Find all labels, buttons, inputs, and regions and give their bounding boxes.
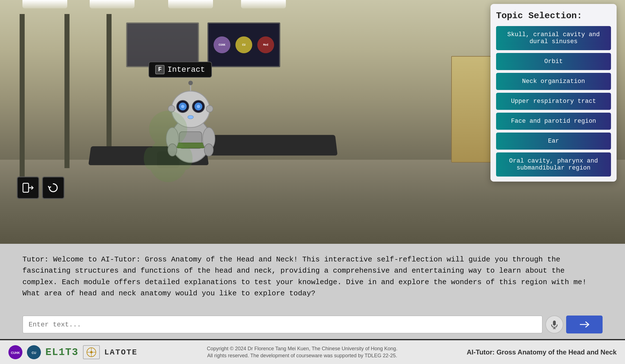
svg-point-22 [144, 147, 156, 170]
mic-button[interactable] [545, 316, 563, 333]
footer-logos: CUHK CU EL1T3 LATOTE [8, 345, 138, 359]
svg-text:CUHK: CUHK [11, 351, 20, 354]
exit-button[interactable] [17, 177, 39, 199]
wall-divider [20, 14, 25, 188]
footer-elite-logo: EL1T3 [45, 347, 78, 358]
footer-latote-logo: LATOTE [104, 348, 138, 357]
input-row [22, 316, 603, 333]
exam-table-right [206, 135, 337, 156]
svg-rect-27 [553, 321, 556, 326]
svg-rect-21 [157, 151, 179, 168]
logo-blue: CU [27, 345, 41, 359]
topic-panel: Topic Selection: Skull, cranial cavity a… [490, 4, 617, 182]
send-button[interactable] [566, 316, 603, 333]
topic-btn-respiratory[interactable]: Upper respiratory tract [496, 93, 611, 110]
topic-btn-skull[interactable]: Skull, cranial cavity and dural sinuses [496, 26, 611, 50]
svg-text:CU: CU [32, 351, 36, 354]
refresh-button[interactable] [42, 177, 64, 199]
topic-panel-title: Topic Selection: [496, 11, 611, 21]
footer-icon-logo [83, 345, 100, 359]
interact-popup[interactable]: F Interact [149, 62, 212, 78]
ceiling-light [90, 0, 135, 8]
svg-point-37 [90, 351, 92, 353]
wall-divider [107, 14, 112, 154]
text-input[interactable] [22, 316, 543, 333]
chat-area: Tutor: Welcome to AI-Tutor: Gross Anatom… [0, 244, 625, 339]
topic-btn-oral[interactable]: Oral cavity, pharynx and submandibular r… [496, 152, 611, 177]
logo-purple: CUHK [8, 345, 22, 359]
topic-btn-orbit[interactable]: Orbit [496, 53, 611, 70]
robot-ghost [129, 95, 207, 185]
svg-point-23 [180, 147, 193, 170]
chat-message: Tutor: Welcome to AI-Tutor: Gross Anatom… [22, 254, 603, 311]
ceiling-light [22, 0, 67, 8]
footer-copyright: Copyright © 2024 Dr Florence Tang Mei Ku… [207, 345, 397, 359]
topic-btn-neck[interactable]: Neck organization [496, 73, 611, 90]
footer: CUHK CU EL1T3 LATOTE Copyright © 2024 Dr… [0, 340, 625, 364]
ceiling-light [168, 0, 213, 8]
wall-monitor [126, 22, 199, 67]
svg-point-24 [149, 111, 187, 147]
controls-overlay [17, 177, 64, 199]
ceiling-light [241, 0, 286, 8]
topic-btn-face[interactable]: Face and parotid region [496, 113, 611, 130]
footer-app-title: AI-Tutor: Gross Anatomy of the Head and … [467, 348, 617, 356]
wall-divider [64, 14, 70, 168]
svg-point-17 [188, 81, 193, 85]
svg-rect-25 [23, 183, 29, 192]
wall-monitor-center: CUHK CU Med [207, 22, 280, 67]
f-key-label: F [155, 65, 165, 74]
interact-label: Interact [167, 65, 205, 74]
topic-btn-ear[interactable]: Ear [496, 133, 611, 150]
